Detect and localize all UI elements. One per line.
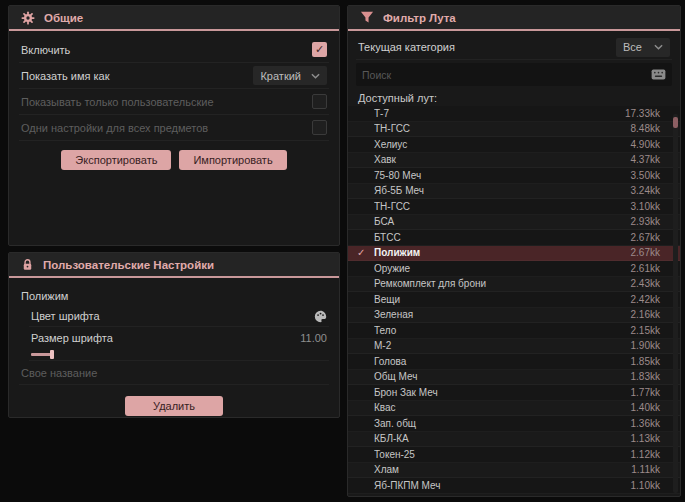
loot-item-name: Яб-ПКПМ Меч [374, 480, 631, 491]
font-size-row: Размер шрифта 11.00 [29, 327, 329, 348]
loot-item-value: 2.42kk [631, 294, 660, 305]
loot-item-row[interactable]: ✓ Брон Зак Меч 1.77kk [348, 385, 680, 401]
loot-item-name: Общ Меч [374, 371, 631, 382]
loot-item-row[interactable]: ✓ Хавк 4.37kk [348, 153, 680, 169]
loot-item-value: 2.67kk [631, 232, 660, 243]
loot-item-value: 1.12kk [631, 449, 660, 460]
category-dropdown[interactable]: Все [616, 38, 670, 57]
same-settings-checkbox[interactable] [312, 120, 327, 135]
loot-item-name: ТН-ГСС [374, 123, 631, 134]
loot-item-row[interactable]: ✓ БТСС 2.67kk [348, 230, 680, 246]
loot-item-row[interactable]: ✓ ТН-ГСС 8.48kk [348, 122, 680, 138]
lock-icon [21, 258, 34, 271]
loot-item-row[interactable]: ✓ М-2 1.90kk [348, 339, 680, 355]
loot-item-row[interactable]: ✓ Тело 2.15kk [348, 323, 680, 339]
general-panel-header: Общие [9, 6, 339, 31]
loot-item-name: БСА [374, 216, 631, 227]
same-settings-label: Одни настройки для всех предметов [21, 122, 208, 134]
loot-item-name: КБЛ-КА [374, 433, 631, 444]
loot-item-value: 4.90kk [631, 139, 660, 150]
loot-item-row[interactable]: ✓ Токен-25 1.12kk [348, 447, 680, 463]
user-settings-panel-header: Пользовательские Настройки [9, 253, 339, 278]
loot-item-name: Вещи [374, 294, 631, 305]
font-size-label: Размер шрифта [31, 332, 113, 344]
custom-name-input[interactable] [19, 361, 329, 385]
loot-item-name: Хелиус [374, 139, 631, 150]
font-color-label: Цвет шрифта [31, 310, 100, 322]
loot-item-row[interactable]: ✓ Хелиус 4.90kk [348, 137, 680, 153]
font-size-slider[interactable] [29, 348, 329, 361]
loot-item-value: 2.61kk [631, 263, 660, 274]
loot-item-name: ТН-ГСС [374, 201, 631, 212]
enable-checkbox[interactable]: ✓ [312, 42, 327, 57]
loot-item-row[interactable]: ✓ Хлам 1.11kk [348, 463, 680, 479]
slider-handle[interactable] [50, 350, 54, 359]
loot-item-value: 1.85kk [631, 356, 660, 367]
chevron-down-icon [311, 73, 320, 79]
font-size-value: 11.00 [300, 332, 327, 344]
loot-item-row[interactable]: ✓ Квас 1.40kk [348, 401, 680, 417]
loot-item-name: Ремкомплект для брони [374, 278, 631, 289]
loot-item-name: Хавк [374, 154, 631, 165]
loot-item-value: 2.67kk [631, 247, 660, 258]
loot-item-row[interactable]: ✓ Т-7 17.33kk [348, 106, 680, 122]
font-color-row: Цвет шрифта [29, 306, 329, 327]
display-name-dropdown[interactable]: Краткий [253, 66, 327, 85]
delete-button[interactable]: Удалить [125, 396, 223, 416]
loot-item-name: Оружие [374, 263, 631, 274]
general-panel-title: Общие [44, 12, 83, 24]
loot-item-row[interactable]: ✓ КБЛ-КА 1.13kk [348, 432, 680, 448]
display-name-value: Краткий [260, 70, 301, 82]
scrollbar[interactable] [673, 114, 678, 493]
loot-item-row[interactable]: ✓ Зеленая 2.16kk [348, 308, 680, 324]
loot-item-row[interactable]: ✓ Вещи 2.42kk [348, 292, 680, 308]
loot-item-name: Яб-5Б Меч [374, 185, 631, 196]
loot-item-value: 2.93kk [631, 216, 660, 227]
scrollbar-thumb[interactable] [673, 117, 678, 128]
palette-icon[interactable] [314, 310, 327, 323]
loot-item-value: 3.10kk [631, 201, 660, 212]
loot-item-value: 1.13kk [631, 433, 660, 444]
enable-row: Включить ✓ [19, 37, 329, 63]
loot-item-row[interactable]: ✓ Общ Меч 1.83kk [348, 370, 680, 386]
user-settings-panel: Пользовательские Настройки Полижим Цвет … [8, 252, 340, 418]
loot-item-row[interactable]: ✓ ТН-ГСС 3.10kk [348, 199, 680, 215]
loot-item-row[interactable]: ✓ Оружие 2.61kk [348, 261, 680, 277]
available-loot-label: Доступный лут: [356, 89, 672, 106]
loot-item-value: 3.50kk [631, 170, 660, 181]
loot-item-row[interactable]: ✓ Яб-ПКПМ Меч 1.10kk [348, 478, 680, 494]
loot-filter-panel-title: Фильтр Лута [383, 12, 456, 24]
loot-item-row[interactable]: ✓ Полижим 2.67kk [348, 246, 680, 262]
loot-list: ✓ Т-7 17.33kk ✓ ТН-ГСС 8.48kk ✓ Хелиус 4… [348, 106, 680, 494]
category-row: Текущая категория Все [356, 35, 672, 60]
selected-item-name: Полижим [21, 290, 68, 302]
display-name-row: Показать имя как Краткий [19, 63, 329, 89]
gear-icon [21, 11, 35, 25]
loot-item-value: 1.36kk [631, 418, 660, 429]
search-input[interactable] [362, 69, 645, 81]
loot-item-row[interactable]: ✓ Голова 1.85kk [348, 354, 680, 370]
loot-item-name: Токен-25 [374, 449, 631, 460]
loot-item-value: 2.16kk [631, 309, 660, 320]
loot-item-row[interactable]: ✓ БСА 2.93kk [348, 215, 680, 231]
only-custom-checkbox[interactable] [312, 94, 327, 109]
selected-item-group[interactable]: Полижим [19, 284, 329, 306]
export-button[interactable]: Экспортировать [61, 150, 171, 170]
loot-item-row[interactable]: ✓ Ремкомплект для брони 2.43kk [348, 277, 680, 293]
loot-item-row[interactable]: ✓ 75-80 Меч 3.50kk [348, 168, 680, 184]
loot-item-value: 2.15kk [631, 325, 660, 336]
loot-item-name: БТСС [374, 232, 631, 243]
category-label: Текущая категория [358, 41, 455, 53]
loot-item-value: 1.11kk [631, 464, 660, 475]
import-button[interactable]: Импортировать [179, 150, 286, 170]
general-panel: Общие Включить ✓ Показать имя как Кратки… [8, 5, 340, 246]
loot-item-name: Брон Зак Меч [374, 387, 631, 398]
loot-item-value: 1.77kk [631, 387, 660, 398]
loot-item-row[interactable]: ✓ Яб-5Б Меч 3.24kk [348, 184, 680, 200]
loot-item-value: 1.40kk [631, 402, 660, 413]
keyboard-icon[interactable] [651, 69, 666, 80]
loot-item-value: 17.33kk [625, 108, 660, 119]
loot-item-value: 1.10kk [631, 480, 660, 491]
loot-item-row[interactable]: ✓ Зап. общ 1.36kk [348, 416, 680, 432]
loot-item-name: Голова [374, 356, 631, 367]
